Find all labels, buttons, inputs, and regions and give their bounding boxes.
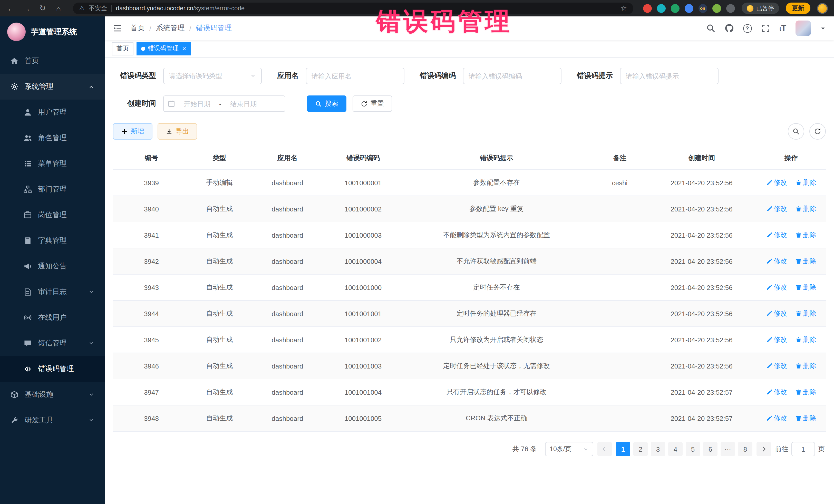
- sidebar-item-roles[interactable]: 角色管理: [0, 125, 105, 151]
- page-size-select[interactable]: 10条/页: [545, 442, 593, 456]
- breadcrumb-item[interactable]: 系统管理: [156, 24, 185, 33]
- cell-actions: 修改删除: [756, 274, 826, 301]
- forward-icon[interactable]: [22, 4, 31, 13]
- delete-button[interactable]: 删除: [795, 231, 816, 240]
- app-name-input[interactable]: [306, 68, 404, 84]
- page-button[interactable]: 1: [616, 442, 630, 456]
- error-code-input[interactable]: [463, 68, 562, 84]
- page-button[interactable]: 3: [651, 442, 665, 456]
- sidebar-item-notice[interactable]: 通知公告: [0, 254, 105, 279]
- reset-button[interactable]: 重置: [353, 95, 392, 112]
- edit-button[interactable]: 修改: [766, 178, 787, 187]
- sidebar-item-menus[interactable]: 菜单管理: [0, 151, 105, 177]
- sidebar-item-dev-tools[interactable]: 研发工具: [0, 408, 105, 433]
- fullscreen-icon[interactable]: [761, 24, 770, 33]
- more-pages-button[interactable]: ···: [721, 442, 735, 456]
- extension-gray-icon[interactable]: [726, 4, 735, 13]
- user-avatar[interactable]: [795, 21, 811, 36]
- refresh-button[interactable]: [809, 123, 826, 139]
- sidebar-item-dict[interactable]: 字典管理: [0, 228, 105, 254]
- delete-button[interactable]: 删除: [795, 178, 816, 187]
- sidebar-item-system[interactable]: 系统管理: [0, 74, 105, 100]
- search-button[interactable]: 搜索: [307, 95, 347, 112]
- page-button[interactable]: 4: [668, 442, 683, 456]
- page-button[interactable]: 6: [703, 442, 718, 456]
- page-button[interactable]: 8: [738, 442, 752, 456]
- extension-green-icon[interactable]: [671, 4, 679, 13]
- cell-actions: 修改删除: [756, 248, 826, 274]
- sidebar-item-infra[interactable]: 基础设施: [0, 382, 105, 408]
- extension-dark-icon[interactable]: on: [698, 4, 707, 13]
- cell-id: 3947: [113, 379, 190, 405]
- end-date-input[interactable]: [223, 100, 264, 108]
- sidebar-item-online-users[interactable]: 在线用户: [0, 305, 105, 330]
- edit-button[interactable]: 修改: [766, 283, 787, 292]
- paused-badge[interactable]: 已暂停: [741, 3, 779, 14]
- extension-red-icon[interactable]: [643, 4, 652, 13]
- tab-error-code[interactable]: 错误码管理: [136, 42, 191, 55]
- extension-lime-icon[interactable]: [712, 4, 721, 13]
- edit-button[interactable]: 修改: [766, 335, 787, 344]
- collapse-sidebar-icon[interactable]: [113, 24, 122, 33]
- help-icon[interactable]: [743, 24, 752, 32]
- error-hint-input[interactable]: [620, 68, 719, 84]
- filter-form: 错误码类型 请选择错误码类型 应用名 错误码编码: [113, 68, 826, 112]
- extension-teal-icon[interactable]: [657, 4, 665, 13]
- breadcrumb-item[interactable]: 首页: [130, 24, 145, 33]
- delete-button[interactable]: 删除: [795, 361, 816, 371]
- sidebar-item-depts[interactable]: 部门管理: [0, 177, 105, 202]
- github-icon[interactable]: [724, 24, 734, 33]
- cell-type: 自动生成: [190, 301, 249, 327]
- bookmark-star-icon[interactable]: [620, 4, 627, 12]
- header-bar: 首页/系统管理/错误码管理: [105, 17, 834, 40]
- next-page-button[interactable]: [756, 442, 771, 456]
- delete-button[interactable]: 删除: [795, 257, 816, 266]
- font-size-icon[interactable]: [780, 24, 786, 33]
- edit-button[interactable]: 修改: [766, 204, 787, 214]
- edit-button[interactable]: 修改: [766, 361, 787, 371]
- date-range-picker[interactable]: -: [163, 95, 285, 112]
- delete-button[interactable]: 删除: [795, 204, 816, 214]
- add-button[interactable]: 新增: [113, 123, 152, 139]
- address-bar[interactable]: 不安全 dashboard.yudao.iocoder.cn/system/er…: [73, 2, 633, 14]
- edit-button[interactable]: 修改: [766, 388, 787, 397]
- chevron-down-icon[interactable]: [820, 25, 826, 31]
- error-type-select[interactable]: 请选择错误码类型: [163, 68, 262, 84]
- back-icon[interactable]: [6, 4, 15, 13]
- delete-button[interactable]: 删除: [795, 388, 816, 397]
- cell-hint: 定时任务不存在: [400, 274, 593, 301]
- search-icon[interactable]: [706, 24, 715, 33]
- page-button[interactable]: 2: [633, 442, 648, 456]
- page-button[interactable]: 5: [686, 442, 700, 456]
- update-button[interactable]: 更新: [786, 3, 810, 14]
- start-date-input[interactable]: [177, 100, 217, 108]
- tab-home[interactable]: 首页: [112, 42, 133, 55]
- sidebar-item-users[interactable]: 用户管理: [0, 100, 105, 125]
- prev-page-button[interactable]: [597, 442, 612, 456]
- close-icon[interactable]: [182, 45, 186, 52]
- extension-blue-icon[interactable]: [684, 4, 693, 13]
- cell-id: 3941: [113, 222, 190, 248]
- browser-home-icon[interactable]: [54, 4, 63, 13]
- sidebar-item-sms[interactable]: 短信管理: [0, 330, 105, 356]
- delete-button[interactable]: 删除: [795, 335, 816, 344]
- app-logo[interactable]: 芋道管理系统: [0, 17, 105, 47]
- sidebar-item-error-code[interactable]: 错误码管理: [0, 356, 105, 382]
- browser-profile-avatar[interactable]: [817, 3, 828, 14]
- edit-button[interactable]: 修改: [766, 257, 787, 266]
- chevron-down-icon: [88, 392, 94, 398]
- edit-button[interactable]: 修改: [766, 231, 787, 240]
- sidebar-item-posts[interactable]: 岗位管理: [0, 202, 105, 228]
- toggle-search-button[interactable]: [788, 123, 804, 139]
- cell-code: 1001001004: [326, 379, 400, 405]
- sidebar-item-home[interactable]: 首页: [0, 48, 105, 74]
- delete-button[interactable]: 删除: [795, 283, 816, 292]
- edit-button[interactable]: 修改: [766, 414, 787, 423]
- edit-button[interactable]: 修改: [766, 309, 787, 318]
- goto-page-input[interactable]: [791, 442, 815, 456]
- delete-button[interactable]: 删除: [795, 414, 816, 423]
- delete-button[interactable]: 删除: [795, 309, 816, 318]
- sidebar-item-audit-log[interactable]: 审计日志: [0, 279, 105, 305]
- reload-icon[interactable]: [38, 4, 47, 13]
- export-button[interactable]: 导出: [158, 123, 197, 139]
